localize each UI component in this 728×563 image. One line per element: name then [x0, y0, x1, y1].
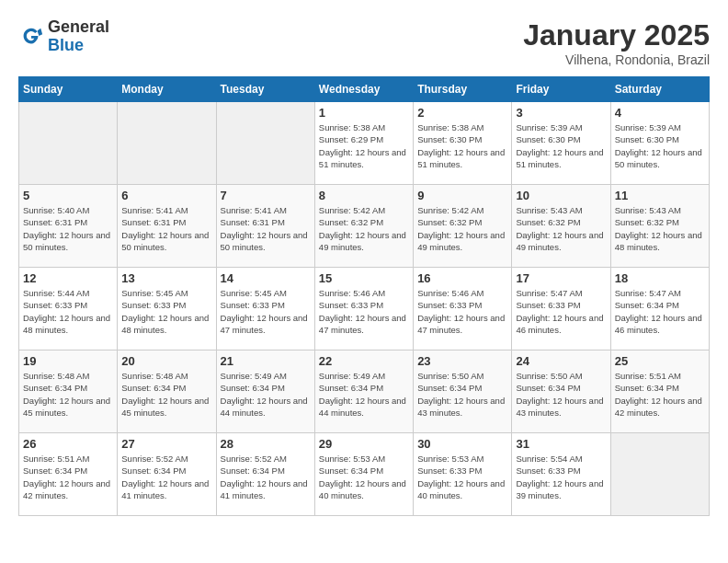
calendar-cell: 16Sunrise: 5:46 AM Sunset: 6:33 PM Dayli… [414, 268, 512, 350]
day-number: 11 [615, 189, 705, 202]
day-info: Sunrise: 5:45 AM Sunset: 6:33 PM Dayligh… [221, 287, 311, 336]
day-info: Sunrise: 5:53 AM Sunset: 6:33 PM Dayligh… [417, 453, 507, 501]
day-number: 31 [516, 437, 606, 451]
day-info: Sunrise: 5:43 AM Sunset: 6:32 PM Dayligh… [615, 204, 705, 253]
logo-blue-text: Blue [48, 37, 109, 55]
header-day-saturday: Saturday [610, 77, 709, 102]
day-number: 30 [417, 437, 507, 451]
calendar-cell [118, 102, 216, 185]
page-header: General Blue January 2025 Vilhena, Rondo… [18, 18, 710, 67]
calendar-title: January 2025 [523, 18, 710, 52]
day-info: Sunrise: 5:42 AM Sunset: 6:32 PM Dayligh… [417, 204, 507, 253]
svg-marker-0 [38, 28, 43, 35]
day-info: Sunrise: 5:51 AM Sunset: 6:34 PM Dayligh… [23, 453, 113, 501]
day-number: 19 [23, 354, 113, 368]
day-info: Sunrise: 5:40 AM Sunset: 6:31 PM Dayligh… [23, 204, 113, 253]
calendar-subtitle: Vilhena, Rondonia, Brazil [523, 52, 710, 67]
day-number: 13 [121, 271, 211, 285]
day-number: 3 [516, 106, 606, 120]
calendar-header: SundayMondayTuesdayWednesdayThursdayFrid… [19, 77, 710, 102]
calendar-cell: 14Sunrise: 5:45 AM Sunset: 6:33 PM Dayli… [216, 268, 314, 350]
calendar-cell: 31Sunrise: 5:54 AM Sunset: 6:33 PM Dayli… [512, 433, 610, 516]
week-row-1: 1Sunrise: 5:38 AM Sunset: 6:29 PM Daylig… [19, 102, 710, 185]
calendar-cell: 2Sunrise: 5:38 AM Sunset: 6:30 PM Daylig… [414, 102, 512, 185]
calendar-table: SundayMondayTuesdayWednesdayThursdayFrid… [18, 76, 710, 516]
calendar-cell: 8Sunrise: 5:42 AM Sunset: 6:32 PM Daylig… [314, 185, 413, 268]
calendar-cell: 12Sunrise: 5:44 AM Sunset: 6:33 PM Dayli… [19, 268, 118, 350]
calendar-cell: 28Sunrise: 5:52 AM Sunset: 6:34 PM Dayli… [216, 433, 314, 516]
day-number: 26 [23, 437, 113, 451]
calendar-cell: 26Sunrise: 5:51 AM Sunset: 6:34 PM Dayli… [19, 433, 118, 516]
day-number: 6 [121, 189, 211, 202]
day-info: Sunrise: 5:48 AM Sunset: 6:34 PM Dayligh… [121, 370, 211, 419]
day-number: 23 [417, 354, 507, 368]
calendar-cell: 25Sunrise: 5:51 AM Sunset: 6:34 PM Dayli… [610, 350, 709, 433]
day-number: 27 [121, 437, 211, 451]
header-day-wednesday: Wednesday [314, 77, 413, 102]
day-number: 10 [516, 189, 606, 202]
day-number: 24 [516, 354, 606, 368]
header-row: SundayMondayTuesdayWednesdayThursdayFrid… [19, 77, 710, 102]
day-number: 29 [319, 437, 409, 451]
day-info: Sunrise: 5:41 AM Sunset: 6:31 PM Dayligh… [221, 204, 311, 253]
day-info: Sunrise: 5:38 AM Sunset: 6:29 PM Dayligh… [319, 121, 409, 170]
header-day-tuesday: Tuesday [216, 77, 314, 102]
day-info: Sunrise: 5:46 AM Sunset: 6:33 PM Dayligh… [417, 287, 507, 336]
calendar-cell: 24Sunrise: 5:50 AM Sunset: 6:34 PM Dayli… [512, 350, 610, 433]
calendar-cell: 10Sunrise: 5:43 AM Sunset: 6:32 PM Dayli… [512, 185, 610, 268]
week-row-5: 26Sunrise: 5:51 AM Sunset: 6:34 PM Dayli… [19, 433, 710, 516]
day-info: Sunrise: 5:39 AM Sunset: 6:30 PM Dayligh… [615, 121, 705, 170]
logo-text: General Blue [48, 18, 109, 55]
week-row-4: 19Sunrise: 5:48 AM Sunset: 6:34 PM Dayli… [19, 350, 710, 433]
day-number: 12 [23, 271, 113, 285]
day-number: 20 [121, 354, 211, 368]
day-number: 5 [23, 189, 113, 202]
week-row-3: 12Sunrise: 5:44 AM Sunset: 6:33 PM Dayli… [19, 268, 710, 350]
calendar-cell: 30Sunrise: 5:53 AM Sunset: 6:33 PM Dayli… [414, 433, 512, 516]
day-info: Sunrise: 5:48 AM Sunset: 6:34 PM Dayligh… [23, 370, 113, 419]
day-number: 21 [221, 354, 311, 368]
calendar-cell: 4Sunrise: 5:39 AM Sunset: 6:30 PM Daylig… [610, 102, 709, 185]
calendar-cell: 9Sunrise: 5:42 AM Sunset: 6:32 PM Daylig… [414, 185, 512, 268]
calendar-cell [19, 102, 118, 185]
day-number: 2 [417, 106, 507, 120]
day-number: 16 [417, 271, 507, 285]
day-info: Sunrise: 5:54 AM Sunset: 6:33 PM Dayligh… [516, 453, 606, 501]
day-info: Sunrise: 5:52 AM Sunset: 6:34 PM Dayligh… [221, 453, 311, 501]
day-info: Sunrise: 5:46 AM Sunset: 6:33 PM Dayligh… [319, 287, 409, 336]
calendar-cell: 21Sunrise: 5:49 AM Sunset: 6:34 PM Dayli… [216, 350, 314, 433]
day-number: 18 [615, 271, 705, 285]
day-number: 14 [221, 271, 311, 285]
calendar-cell: 6Sunrise: 5:41 AM Sunset: 6:31 PM Daylig… [118, 185, 216, 268]
calendar-cell: 11Sunrise: 5:43 AM Sunset: 6:32 PM Dayli… [610, 185, 709, 268]
day-info: Sunrise: 5:52 AM Sunset: 6:34 PM Dayligh… [121, 453, 211, 501]
logo-general-text: General [48, 18, 109, 37]
day-info: Sunrise: 5:38 AM Sunset: 6:30 PM Dayligh… [417, 121, 507, 170]
header-day-monday: Monday [118, 77, 216, 102]
day-number: 28 [221, 437, 311, 451]
calendar-cell: 7Sunrise: 5:41 AM Sunset: 6:31 PM Daylig… [216, 185, 314, 268]
day-number: 15 [319, 271, 409, 285]
calendar-cell: 18Sunrise: 5:47 AM Sunset: 6:34 PM Dayli… [610, 268, 709, 350]
logo: General Blue [18, 18, 109, 55]
header-day-sunday: Sunday [19, 77, 118, 102]
day-info: Sunrise: 5:50 AM Sunset: 6:34 PM Dayligh… [516, 370, 606, 419]
day-info: Sunrise: 5:53 AM Sunset: 6:34 PM Dayligh… [319, 453, 409, 501]
day-info: Sunrise: 5:47 AM Sunset: 6:34 PM Dayligh… [615, 287, 705, 336]
day-number: 9 [417, 189, 507, 202]
day-number: 22 [319, 354, 409, 368]
day-info: Sunrise: 5:51 AM Sunset: 6:34 PM Dayligh… [615, 370, 705, 419]
day-info: Sunrise: 5:49 AM Sunset: 6:34 PM Dayligh… [221, 370, 311, 419]
day-info: Sunrise: 5:45 AM Sunset: 6:33 PM Dayligh… [121, 287, 211, 336]
day-info: Sunrise: 5:41 AM Sunset: 6:31 PM Dayligh… [121, 204, 211, 253]
header-day-thursday: Thursday [414, 77, 512, 102]
calendar-cell: 19Sunrise: 5:48 AM Sunset: 6:34 PM Dayli… [19, 350, 118, 433]
day-info: Sunrise: 5:43 AM Sunset: 6:32 PM Dayligh… [516, 204, 606, 253]
day-number: 7 [221, 189, 311, 202]
day-number: 25 [615, 354, 705, 368]
calendar-cell: 17Sunrise: 5:47 AM Sunset: 6:33 PM Dayli… [512, 268, 610, 350]
day-number: 17 [516, 271, 606, 285]
title-block: January 2025 Vilhena, Rondonia, Brazil [523, 18, 710, 67]
day-info: Sunrise: 5:50 AM Sunset: 6:34 PM Dayligh… [417, 370, 507, 419]
day-info: Sunrise: 5:44 AM Sunset: 6:33 PM Dayligh… [23, 287, 113, 336]
